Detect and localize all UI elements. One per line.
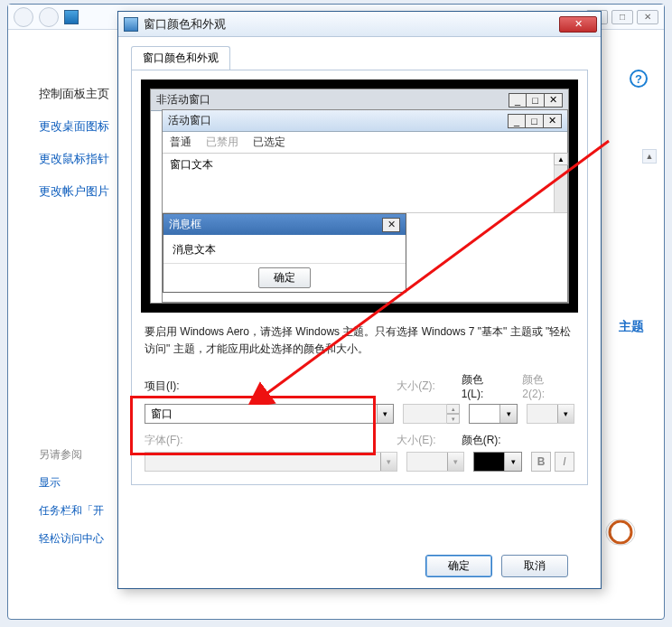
dialog-titlebar: 窗口颜色和外观 ✕: [118, 12, 601, 37]
preview-inactive-window: 非活动窗口 _ □ ✕ 活动窗口 _: [150, 89, 569, 304]
label-font: 字体(F):: [145, 433, 387, 448]
spin-up-icon: ▴: [447, 404, 460, 414]
label-size-e: 大小(E):: [397, 433, 453, 448]
color1-picker[interactable]: ▾: [469, 404, 517, 424]
chevron-down-icon: ▾: [380, 453, 397, 471]
side-nav: 控制面板主页 更改桌面图标 更改鼠标指针 更改帐户图片: [39, 86, 109, 200]
link-change-cursor[interactable]: 更改鼠标指针: [39, 151, 109, 167]
chevron-down-icon[interactable]: ▾: [500, 405, 516, 423]
color2-swatch: [527, 405, 558, 423]
spin-down-icon: ▾: [447, 414, 460, 424]
link-control-panel-home[interactable]: 控制面板主页: [39, 86, 109, 102]
label-size-z: 大小(Z):: [397, 379, 453, 394]
bold-button: B: [531, 452, 551, 472]
cancel-button[interactable]: 取消: [501, 555, 568, 577]
preview-menu: 普通 已禁用 已选定: [163, 132, 567, 154]
see-also: 另请参阅 显示 任务栏和「开 轻松访问中心: [39, 447, 104, 547]
link-account-picture[interactable]: 更改帐户图片: [39, 183, 109, 200]
size-z-input: [403, 404, 447, 424]
svg-point-0: [610, 521, 631, 543]
nav-back-icon[interactable]: [14, 7, 33, 27]
link-display[interactable]: 显示: [39, 475, 104, 491]
color-r-picker[interactable]: ▾: [473, 452, 522, 472]
menu-normal: 普通: [170, 135, 191, 150]
item-combo[interactable]: 窗口 ▾: [145, 404, 394, 424]
see-also-header: 另请参阅: [39, 447, 104, 463]
link-taskbar[interactable]: 任务栏和「开: [39, 503, 104, 519]
chevron-down-icon[interactable]: ▾: [377, 405, 393, 423]
help-icon[interactable]: ?: [630, 70, 648, 88]
section-heading-themes: 主题: [619, 319, 644, 335]
link-desktop-icons[interactable]: 更改桌面图标: [39, 118, 109, 135]
inactive-window-title: 非活动窗口: [156, 92, 210, 108]
menu-disabled: 已禁用: [206, 135, 238, 150]
size-z-spinner: ▴ ▾: [447, 404, 460, 424]
item-combo-value: 窗口: [145, 407, 377, 422]
maximize-icon: □: [527, 93, 545, 108]
maximize-icon: □: [526, 114, 544, 128]
dialog-title: 窗口颜色和外观: [144, 16, 226, 33]
dialog-close-button[interactable]: ✕: [559, 16, 597, 33]
color-r-swatch: [474, 453, 505, 471]
nav-fwd-icon[interactable]: [39, 7, 59, 27]
label-color2: 颜色 2(2):: [522, 372, 574, 400]
label-color-r: 颜色(R):: [462, 433, 514, 448]
preview-messagebox: 消息框 ✕ 消息文本 确定: [163, 213, 406, 293]
ok-button[interactable]: 确定: [425, 555, 492, 577]
color1-swatch: [470, 405, 500, 423]
close-icon: ✕: [545, 93, 563, 108]
scrollbar: ▲: [554, 154, 567, 212]
preview-active-window: 活动窗口 _ □ ✕ 普通 已禁用 已选定: [162, 109, 568, 303]
msgbox-text: 消息文本: [163, 235, 406, 263]
menu-selected: 已选定: [253, 135, 285, 150]
label-item: 项目(I):: [145, 379, 387, 394]
scroll-up-icon: ▲: [554, 153, 568, 165]
active-window-title: 活动窗口: [168, 113, 211, 128]
color2-picker: ▾: [527, 404, 574, 424]
msgbox-title: 消息框: [169, 217, 201, 232]
chevron-down-icon[interactable]: ▾: [505, 453, 521, 471]
settings-form: 项目(I): 大小(Z): 颜色 1(L): 颜色 2(2): 窗口 ▾ ▴ ▾: [145, 372, 574, 472]
font-combo: ▾: [145, 452, 397, 472]
bg-maximize-button[interactable]: □: [611, 10, 633, 24]
scroll-up-button[interactable]: ▲: [642, 149, 657, 164]
tab-window-color[interactable]: 窗口颜色和外观: [131, 46, 230, 70]
window-text: 窗口文本: [170, 158, 213, 171]
size-e-combo: ▾: [406, 452, 464, 472]
minimize-icon: _: [508, 114, 526, 128]
close-icon: ✕: [382, 218, 400, 232]
chevron-down-icon: ▾: [447, 453, 463, 471]
italic-button: I: [555, 452, 574, 472]
preview-content: 窗口文本 ▲: [163, 154, 567, 213]
bg-close-button[interactable]: ✕: [637, 10, 658, 24]
label-color1: 颜色 1(L):: [462, 372, 514, 400]
close-icon: ✕: [544, 114, 562, 128]
dialog-footer: 确定 取消: [118, 555, 601, 577]
msgbox-ok-button: 确定: [258, 267, 311, 288]
preview-area: 非活动窗口 _ □ ✕ 活动窗口 _: [141, 80, 578, 313]
tabstrip: 窗口颜色和外观: [131, 46, 588, 70]
gear-icon: [604, 516, 637, 548]
dialog-icon: [124, 17, 138, 32]
link-ease-of-access[interactable]: 轻松访问中心: [39, 531, 104, 547]
window-color-dialog: 窗口颜色和外观 ✕ 窗口颜色和外观 非活动窗口 _ □ ✕: [117, 11, 602, 589]
tab-page: 非活动窗口 _ □ ✕ 活动窗口 _: [131, 70, 588, 485]
description-text: 要启用 Windows Aero，请选择 Windows 主题。只有选择 Win…: [145, 323, 574, 358]
app-icon: [64, 10, 79, 24]
minimize-icon: _: [509, 93, 527, 108]
chevron-down-icon: ▾: [558, 405, 574, 423]
